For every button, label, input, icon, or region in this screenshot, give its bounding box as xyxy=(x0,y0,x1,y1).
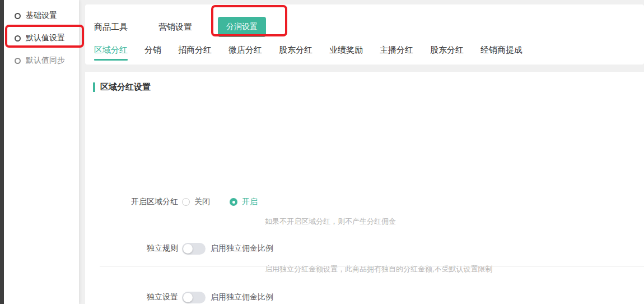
form-label: 开启区域分红 xyxy=(85,197,178,207)
radio-circle-icon xyxy=(15,58,21,64)
form-label: 独立规则 xyxy=(85,243,178,254)
toggle-knob xyxy=(183,293,193,302)
toggle-label: 启用独立佣金比例 xyxy=(211,292,273,302)
radio-label: 关闭 xyxy=(194,197,210,207)
subtab-merchant-dividend[interactable]: 招商分红 xyxy=(178,45,212,61)
tab-goods-tools[interactable]: 商品工具 xyxy=(94,22,128,33)
sub-tabs: 区域分红 分销 招商分红 微店分红 股东分红 业绩奖励 主播分红 股东分红 经销… xyxy=(94,45,522,61)
subtab-anchor-dividend[interactable]: 主播分红 xyxy=(380,45,413,61)
toggle-switch-off[interactable] xyxy=(182,243,206,255)
subtab-distribution[interactable]: 分销 xyxy=(144,45,161,61)
radio-option-off[interactable]: 关闭 xyxy=(182,197,210,207)
main-tabs: 商品工具 营销设置 分润设置 xyxy=(94,17,266,37)
form-row-independent-setting: 独立设置 启用独立佣金比例 xyxy=(85,291,644,303)
subtab-shareholder-dividend-2[interactable]: 股东分红 xyxy=(430,45,464,61)
radio-circle-icon xyxy=(15,13,21,19)
horizontal-divider xyxy=(100,266,644,266)
tab-profit-settings-button[interactable]: 分润设置 xyxy=(218,17,266,37)
section-header: 区域分红设置 xyxy=(93,82,151,93)
tabs-card: 商品工具 营销设置 分润设置 区域分红 分销 招商分红 微店分红 股东分红 业绩… xyxy=(85,4,644,65)
subtab-region-dividend[interactable]: 区域分红 xyxy=(94,45,128,61)
subtab-performance-reward[interactable]: 业绩奖励 xyxy=(329,45,363,61)
subtab-shareholder-dividend[interactable]: 股东分红 xyxy=(279,45,312,61)
form-row-enable-region-dividend: 开启区域分红 关闭 开启 xyxy=(85,196,644,208)
sidebar-item-label: 基础设置 xyxy=(26,11,57,21)
sidebar-item-default-settings[interactable]: 默认值设置 xyxy=(4,27,79,49)
form-label: 独立设置 xyxy=(85,292,178,302)
subtab-dealer-commission[interactable]: 经销商提成 xyxy=(480,45,522,61)
radio-circle-icon xyxy=(15,35,21,42)
sidebar-item-label: 默认值同步 xyxy=(26,56,65,66)
radio-option-on[interactable]: 开启 xyxy=(230,197,258,207)
form-help-text: 如果不开启区域分红，则不产生分红佣金 xyxy=(265,217,396,227)
content-card: 区域分红设置 开启区域分红 关闭 开启 如果不开启区域分红，则不产生分红佣金 独… xyxy=(85,72,644,304)
subtab-microstore-dividend[interactable]: 微店分红 xyxy=(228,45,262,61)
tab-marketing-settings[interactable]: 营销设置 xyxy=(158,22,192,33)
sidebar-item-basic-settings[interactable]: 基础设置 xyxy=(4,4,79,27)
toggle-label: 启用独立佣金比例 xyxy=(211,243,273,254)
sidebar-item-label: 默认值设置 xyxy=(26,33,65,43)
section-title: 区域分红设置 xyxy=(100,82,151,93)
form-row-independent-rule: 独立规则 启用独立佣金比例 xyxy=(85,242,644,255)
radio-checked-icon[interactable] xyxy=(230,198,237,206)
radio-label: 开启 xyxy=(242,197,258,207)
radio-unchecked-icon[interactable] xyxy=(182,198,190,206)
window-edge-strip xyxy=(0,0,4,304)
sidebar-item-default-sync[interactable]: 默认值同步 xyxy=(4,49,79,72)
sidebar: 基础设置 默认值设置 默认值同步 xyxy=(4,0,79,304)
section-accent-bar xyxy=(93,82,95,92)
toggle-knob xyxy=(183,244,193,254)
toggle-switch-off[interactable] xyxy=(182,292,206,303)
